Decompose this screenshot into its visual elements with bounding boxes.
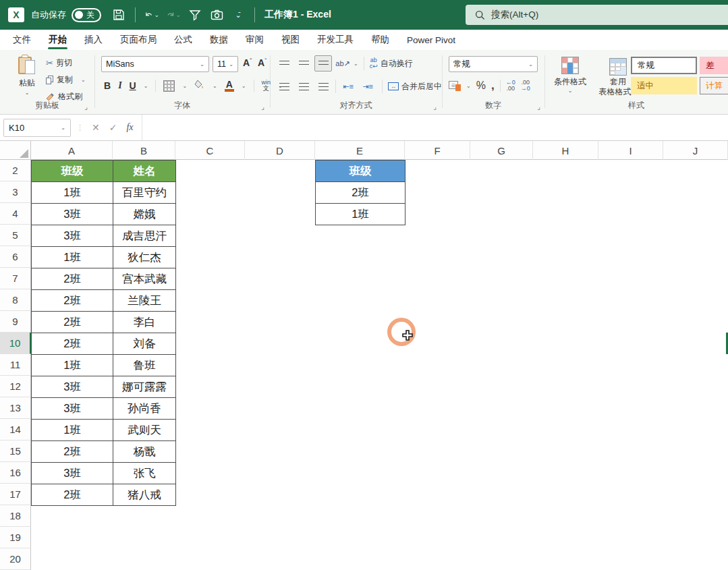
row-header-2[interactable]: 2	[0, 160, 31, 181]
borders-icon[interactable]	[163, 80, 175, 92]
row-header-5[interactable]: 5	[0, 225, 31, 246]
increase-font-icon[interactable]: Aˆ	[243, 58, 252, 67]
row-header-18[interactable]: 18	[0, 505, 31, 527]
insert-function-icon[interactable]: fx	[126, 122, 133, 133]
cell[interactable]: 兰陵王	[113, 290, 176, 312]
conditional-formatting-button[interactable]: 条件格式 ⌄	[553, 55, 588, 94]
align-center-icon[interactable]	[295, 78, 312, 94]
align-top-icon[interactable]	[275, 55, 293, 72]
fill-color-icon[interactable]	[194, 80, 205, 92]
column-header-J[interactable]: J	[663, 141, 728, 160]
tab-文件[interactable]: 文件	[4, 30, 40, 50]
column-header-E[interactable]: E	[315, 141, 405, 160]
row-header-6[interactable]: 6	[0, 246, 31, 268]
row-header-7[interactable]: 7	[0, 268, 31, 289]
cell-style-适中[interactable]: 适中	[631, 77, 697, 94]
wrap-text-button[interactable]: abc↩ 自动换行	[370, 57, 413, 70]
number-dialog-launcher[interactable]: ⌟	[537, 103, 540, 111]
increase-decimal-icon[interactable]: ←0.00	[506, 80, 515, 92]
increase-indent-icon[interactable]: ⇥≡	[359, 78, 376, 94]
tab-Power Pivot[interactable]: Power Pivot	[398, 30, 464, 50]
row-header-14[interactable]: 14	[0, 419, 31, 440]
percent-style-icon[interactable]: %	[476, 80, 486, 92]
align-middle-icon[interactable]	[295, 55, 312, 72]
row-header-17[interactable]: 17	[0, 484, 31, 505]
autosave-toggle[interactable]: 关	[72, 8, 101, 22]
row-header-20[interactable]: 20	[0, 548, 31, 570]
column-header-F[interactable]: F	[405, 141, 470, 160]
cell[interactable]: 2班	[32, 484, 113, 506]
row-header-15[interactable]: 15	[0, 440, 31, 462]
align-bottom-icon[interactable]	[314, 55, 332, 72]
cell[interactable]: 3班	[32, 204, 113, 225]
font-color-caret-icon[interactable]: ⌄	[242, 83, 246, 89]
row-header-11[interactable]: 11	[0, 354, 31, 376]
cell[interactable]: 1班	[32, 247, 113, 268]
cell-style-计算[interactable]: 计算	[700, 77, 728, 94]
row-header-9[interactable]: 9	[0, 311, 31, 333]
row-header-3[interactable]: 3	[0, 181, 31, 203]
column-header-G[interactable]: G	[470, 141, 533, 160]
column-header-H[interactable]: H	[533, 141, 598, 160]
cell[interactable]: 2班	[32, 290, 113, 312]
orientation-icon[interactable]: ab↗	[334, 55, 352, 72]
font-dialog-launcher[interactable]: ⌟	[261, 103, 264, 111]
orientation-caret-icon[interactable]: ⌄	[354, 61, 358, 67]
cell[interactable]: 1班	[32, 355, 113, 376]
cell-style-差[interactable]: 差	[700, 57, 728, 74]
cell[interactable]: 张飞	[113, 463, 176, 484]
paste-button[interactable]: 粘贴 ⌄	[12, 55, 42, 96]
name-box[interactable]: K10⌄	[3, 119, 71, 137]
cell[interactable]: 武则天	[113, 420, 176, 441]
column-header-C[interactable]: C	[175, 141, 245, 160]
row-header-4[interactable]: 4	[0, 203, 31, 225]
cell[interactable]: 成吉思汗	[113, 225, 176, 247]
tab-审阅[interactable]: 审阅	[237, 30, 273, 50]
column-header-I[interactable]: I	[598, 141, 663, 160]
cell-style-常规[interactable]: 常规	[631, 57, 697, 74]
decrease-indent-icon[interactable]: ⇤≡	[339, 78, 357, 94]
namebox-drag-handle[interactable]: ⋮	[76, 123, 84, 132]
cell[interactable]: 1班	[316, 204, 405, 225]
search-input[interactable]: 搜索(Alt+Q)	[466, 5, 728, 25]
tab-插入[interactable]: 插入	[76, 30, 111, 50]
tab-公式[interactable]: 公式	[165, 30, 201, 50]
cell[interactable]: 李白	[113, 312, 176, 333]
cut-button[interactable]: ✂ 剪切	[46, 57, 72, 69]
tab-数据[interactable]: 数据	[201, 30, 237, 50]
underline-button[interactable]: U	[130, 81, 136, 90]
cell[interactable]: 2班	[32, 333, 113, 355]
cell[interactable]: 娜可露露	[113, 376, 176, 398]
quick-access-more-icon[interactable]: ⌄̄	[231, 7, 246, 22]
cell[interactable]: 百里守约	[113, 182, 176, 204]
comma-style-icon[interactable]: ,	[491, 79, 495, 92]
cell[interactable]: 嫦娥	[113, 204, 176, 225]
clipboard-dialog-launcher[interactable]: ⌟	[84, 103, 88, 111]
cell[interactable]: 3班	[32, 463, 113, 484]
underline-caret-icon[interactable]: ⌄	[144, 83, 148, 89]
tab-开始[interactable]: 开始	[40, 30, 76, 50]
alignment-dialog-launcher[interactable]: ⌟	[433, 103, 437, 111]
decrease-decimal-icon[interactable]: .00→0	[521, 80, 530, 92]
column-header-D[interactable]: D	[245, 141, 315, 160]
copy-button[interactable]: 复制 ⌄	[46, 74, 86, 86]
cell[interactable]: 2班	[32, 268, 113, 290]
cell[interactable]: 狄仁杰	[113, 247, 176, 268]
font-name-select[interactable]: MiSans⌄	[101, 56, 209, 72]
column-header-A[interactable]: A	[31, 141, 113, 160]
italic-button[interactable]: I	[118, 81, 121, 90]
number-format-select[interactable]: 常规⌄	[449, 56, 538, 72]
row-header-19[interactable]: 19	[0, 527, 31, 548]
class-table-header[interactable]: 姓名	[113, 161, 176, 182]
align-left-icon[interactable]	[275, 78, 293, 94]
select-all-corner[interactable]	[0, 141, 31, 160]
column-header-B[interactable]: B	[113, 141, 175, 160]
row-header-10[interactable]: 10	[0, 333, 31, 354]
excel-logo-icon[interactable]: X	[8, 7, 24, 22]
cell[interactable]: 1班	[32, 420, 113, 441]
decrease-font-icon[interactable]: Aˇ	[258, 58, 267, 67]
align-right-icon[interactable]	[314, 78, 332, 94]
tab-视图[interactable]: 视图	[273, 30, 308, 50]
cell[interactable]: 2班	[316, 182, 405, 204]
row-header-13[interactable]: 13	[0, 397, 31, 419]
